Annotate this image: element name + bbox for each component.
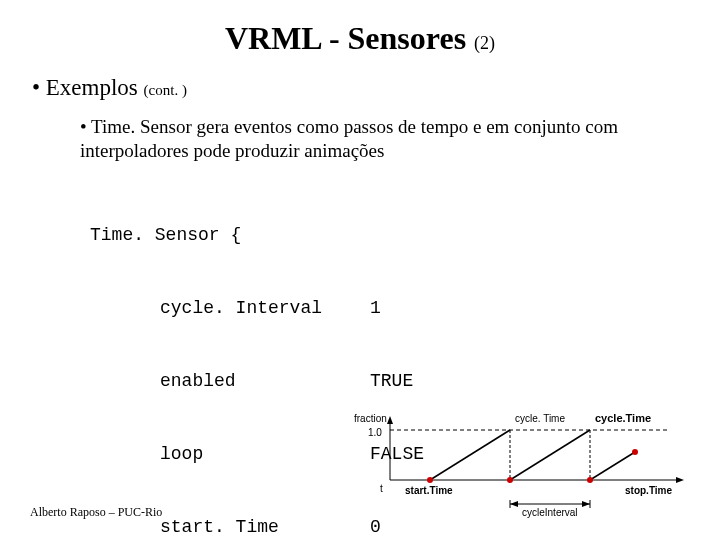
svg-point-12	[587, 477, 593, 483]
ylabel: fraction	[354, 413, 387, 424]
svg-point-10	[427, 477, 433, 483]
svg-line-9	[590, 452, 635, 480]
svg-marker-17	[510, 501, 518, 507]
title-suffix: (2)	[474, 33, 495, 53]
cycle-label2: cycle.Time	[595, 412, 651, 424]
svg-marker-18	[582, 501, 590, 507]
bullet-level1: • Exemplos (cont. )	[32, 75, 690, 101]
interval-label: cycleInterval	[522, 507, 578, 518]
code-open: Time. Sensor {	[90, 223, 690, 247]
stop-label: stop.Time	[625, 485, 672, 496]
bullet2-text: Time. Sensor gera eventos como passos de…	[80, 116, 618, 161]
svg-marker-3	[676, 477, 684, 483]
footer-credit: Alberto Raposo – PUC-Rio	[30, 505, 162, 520]
ymax: 1.0	[368, 427, 382, 438]
code-key: enabled	[90, 369, 370, 393]
xlabel: t	[380, 483, 383, 494]
code-key: cycle. Interval	[90, 296, 370, 320]
code-field: enabledTRUE	[90, 369, 690, 393]
code-key: loop	[90, 442, 370, 466]
code-field: cycle. Interval1	[90, 296, 690, 320]
code-val: TRUE	[370, 369, 413, 393]
bullet1-text: Exemplos	[46, 75, 138, 100]
svg-point-11	[507, 477, 513, 483]
timing-diagram: fraction 1.0 t cycle. Time cycle.Time st…	[350, 410, 700, 520]
code-val: 1	[370, 296, 381, 320]
svg-line-5	[430, 430, 510, 480]
bullet1-cont: (cont. )	[144, 82, 187, 98]
svg-marker-1	[387, 416, 393, 424]
bullet-level2: • Time. Sensor gera eventos como passos …	[80, 115, 670, 163]
title-text: VRML - Sensores	[225, 20, 466, 56]
cycle-label: cycle. Time	[515, 413, 565, 424]
slide-title: VRML - Sensores (2)	[30, 20, 690, 57]
start-label: start.Time	[405, 485, 453, 496]
svg-line-7	[510, 430, 590, 480]
svg-point-13	[632, 449, 638, 455]
